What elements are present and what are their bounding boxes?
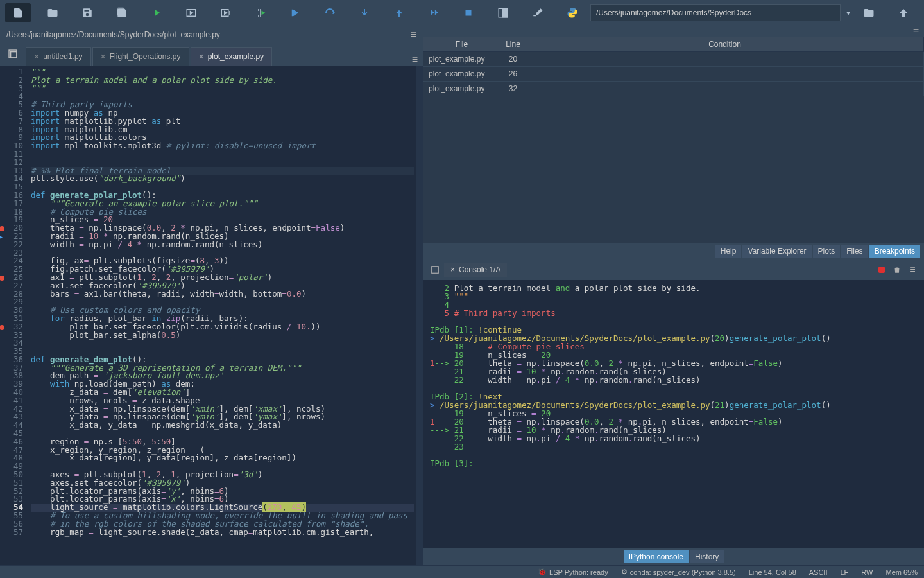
console-browse-icon[interactable] (429, 263, 441, 276)
editor-tab-bar: ×untitled1.py ×Flight_Operations.py ×plo… (0, 44, 423, 66)
close-icon[interactable]: × (450, 265, 455, 274)
record-icon[interactable] (875, 263, 888, 276)
pane-tab-variable-explorer[interactable]: Variable Explorer (742, 245, 811, 258)
pane-tab-help[interactable]: Help (715, 245, 742, 258)
continue-button[interactable] (421, 3, 447, 22)
run-selection-button[interactable] (248, 3, 273, 22)
trash-icon[interactable] (891, 263, 903, 276)
console-menu-icon[interactable]: ≡ (906, 263, 919, 276)
run-button[interactable] (144, 3, 169, 22)
new-file-button[interactable] (5, 3, 31, 22)
save-all-button[interactable] (109, 3, 135, 22)
console-tab[interactable]: ×Console 1/A (444, 263, 507, 277)
debug-step-button[interactable] (317, 3, 343, 22)
browse-tabs-icon[interactable] (8, 49, 18, 61)
save-button[interactable] (74, 3, 100, 22)
status-conda[interactable]: ⚙ conda: spyder_dev (Python 3.8.5) (621, 568, 736, 576)
close-icon[interactable]: × (199, 51, 204, 62)
pane-menu-icon[interactable]: ≡ (913, 26, 919, 37)
preferences-button[interactable] (525, 3, 551, 22)
right-panel: ≡ File Line Condition plot_example.py20p… (424, 26, 924, 565)
debug-button[interactable] (282, 3, 308, 22)
svg-rect-6 (9, 50, 17, 58)
run-cell-advance-button[interactable] (213, 3, 239, 22)
main-toolbar: ▾ (0, 0, 924, 26)
svg-rect-7 (11, 52, 17, 58)
breakpoint-row[interactable]: plot_example.py32 (424, 82, 924, 96)
console-pane: ×Console 1/A ≡ 2 Plot a terrain model an… (424, 259, 924, 565)
tab-menu-icon[interactable]: ≡ (412, 54, 418, 66)
status-rw: RW (861, 568, 873, 576)
pane-tab-files[interactable]: Files (841, 245, 868, 258)
editor-menu-icon[interactable]: ≡ (411, 29, 416, 40)
close-icon[interactable]: × (101, 51, 106, 62)
open-file-button[interactable] (40, 3, 65, 22)
parent-dir-button[interactable] (891, 3, 916, 22)
svg-rect-8 (432, 267, 439, 274)
right-pane-tabs: HelpVariable ExplorerPlotsFilesBreakpoin… (424, 243, 924, 259)
editor-tab-untitled[interactable]: ×untitled1.py (26, 47, 91, 66)
svg-rect-5 (502, 8, 508, 17)
editor-tab-plot-example[interactable]: ×plot_example.py (191, 47, 273, 66)
maximize-pane-button[interactable] (490, 3, 516, 22)
run-cell-button[interactable] (178, 3, 204, 22)
breakpoint-row[interactable]: plot_example.py20 (424, 52, 924, 67)
bottom-tab-history[interactable]: History (690, 550, 724, 563)
status-enc: ASCII (809, 568, 828, 576)
status-mem: Mem 65% (886, 568, 918, 576)
python-path-button[interactable] (560, 3, 585, 22)
status-bar: 🐞 LSP Python: ready ⚙ conda: spyder_dev … (0, 565, 924, 578)
editor-filepath: /Users/juanitagomez/Documents/SpyderDocs… (6, 30, 220, 39)
working-dir-input[interactable] (590, 4, 841, 21)
editor-tab-flight[interactable]: ×Flight_Operations.py (92, 47, 189, 66)
svg-rect-3 (466, 10, 472, 16)
pane-tab-plots[interactable]: Plots (813, 245, 841, 258)
pane-tab-breakpoints[interactable]: Breakpoints (869, 245, 920, 258)
step-in-button[interactable] (352, 3, 377, 22)
bp-col-cond[interactable]: Condition (526, 37, 924, 51)
status-eol: LF (840, 568, 848, 576)
step-out-button[interactable] (386, 3, 412, 22)
bp-col-file[interactable]: File (424, 37, 501, 51)
bp-col-line[interactable]: Line (501, 37, 526, 51)
console-output[interactable]: 2 Plot a terrain model and a polar plot … (424, 280, 924, 548)
status-pos: Line 54, Col 58 (749, 568, 796, 576)
minimap[interactable] (416, 66, 423, 565)
breakpoint-row[interactable]: plot_example.py26 (424, 67, 924, 82)
stop-button[interactable] (456, 3, 481, 22)
console-bottom-tabs: IPython consoleHistory (424, 548, 924, 565)
dropdown-icon[interactable]: ▾ (842, 3, 855, 22)
bottom-tab-ipython-console[interactable]: IPython console (624, 550, 689, 563)
svg-rect-2 (292, 10, 293, 17)
status-lsp[interactable]: 🐞 LSP Python: ready (538, 568, 608, 576)
editor-pane: /Users/juanitagomez/Documents/SpyderDocs… (0, 26, 424, 565)
close-icon[interactable]: × (34, 51, 39, 62)
breakpoints-pane: File Line Condition plot_example.py20plo… (424, 37, 924, 243)
editor-filepath-bar: /Users/juanitagomez/Documents/SpyderDocs… (0, 26, 423, 44)
browse-dir-button[interactable] (856, 3, 882, 22)
code-editor[interactable]: 123456789▲1011121314151617181920▶2122232… (0, 66, 423, 565)
